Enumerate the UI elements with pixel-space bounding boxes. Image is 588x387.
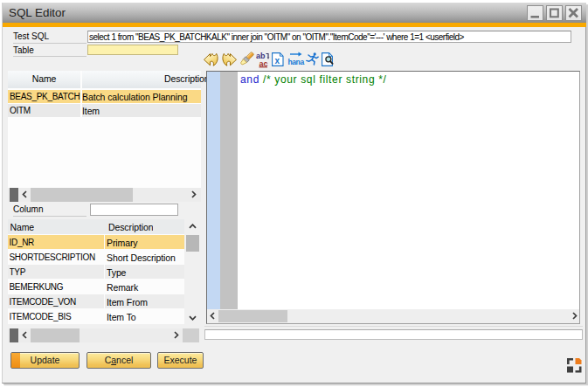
svg-text:ac: ac	[259, 59, 268, 68]
svg-text:hana: hana	[288, 58, 305, 66]
svg-text:x: x	[274, 56, 280, 66]
